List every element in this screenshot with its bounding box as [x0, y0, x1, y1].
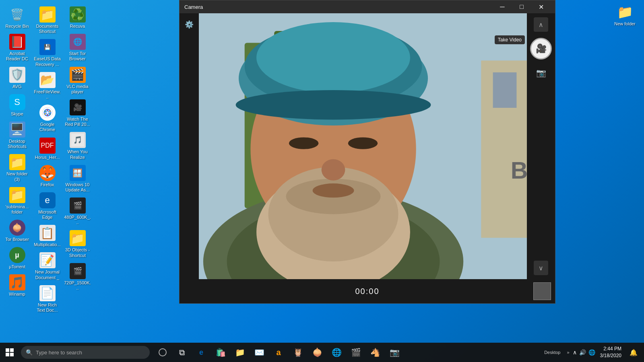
tor-browser-label: Tor Browser: [5, 237, 29, 242]
icon-horus[interactable]: PDF Horus_Her...: [32, 135, 62, 162]
icon-new-rich-text[interactable]: 📄 New Rich Text Doc...: [32, 283, 62, 315]
icon-start-tor[interactable]: 🌐 Start Tor Browser: [62, 31, 93, 64]
volume-icon[interactable]: 🔊: [579, 349, 586, 356]
icon-freefileview[interactable]: 📂 FreeFileView...: [32, 70, 62, 102]
task-view-icon: ⧉: [179, 348, 185, 357]
tor-taskbar-button[interactable]: 🧅: [308, 343, 327, 362]
icon-winamp[interactable]: 🎵 Winamp: [2, 272, 32, 299]
avg-label: AVG: [12, 84, 21, 89]
icon-skype[interactable]: S Skype: [2, 92, 32, 119]
icon-edge[interactable]: e Microsoft Edge: [32, 190, 62, 222]
icon-recycle-bin[interactable]: 🗑️ Recycle Bin: [2, 4, 32, 31]
notification-button[interactable]: 🔔: [626, 343, 641, 362]
when-you-realize-label: When You Realize: [64, 149, 91, 160]
icon-easeus[interactable]: 💾 EaseUS Data Recovery ...: [32, 37, 62, 69]
edge-taskbar-button[interactable]: e: [192, 343, 211, 362]
icon-vlc[interactable]: 🎬 VLC media player: [62, 64, 93, 97]
amazon-icon: a: [276, 348, 281, 357]
taskbar-right-area: Desktop » ∧ 🔊 🌐 2:44 PM 3/18/2020 🔔: [541, 343, 644, 362]
icon-desktop-shortcuts[interactable]: 🖥️ Desktop Shortcuts: [2, 119, 32, 152]
svg-point-20: [236, 90, 431, 119]
camera-title: Camera: [184, 4, 203, 10]
easeus-label: EaseUS Data Recovery ...: [34, 56, 61, 67]
ponyprog-taskbar-button[interactable]: 🐴: [365, 343, 385, 362]
close-button[interactable]: ✕: [532, 0, 550, 13]
browser2-taskbar-button[interactable]: 🌐: [327, 343, 346, 362]
cortana-button[interactable]: [153, 343, 172, 362]
icon-3d-objects[interactable]: 📁 3D Objects - Shortcut: [62, 228, 93, 260]
rich-text-icon: 📄: [39, 285, 56, 301]
explorer-taskbar-button[interactable]: 📁: [230, 343, 250, 362]
camera-right-panel: ∧ Take Video 🎥 📷 ∨: [527, 13, 555, 279]
vlc-taskbar-button[interactable]: 🎬: [346, 343, 365, 362]
icon-tor-browser[interactable]: 🧅 Tor Browser: [2, 217, 32, 245]
chrome-icon: [39, 105, 56, 121]
480p-label: 480P_600K_...: [64, 215, 91, 225]
tray-expand-icon[interactable]: ∧: [573, 349, 577, 356]
folder-icon: 📁: [235, 348, 245, 357]
minimize-button[interactable]: ─: [493, 0, 512, 13]
desktop-shortcuts-icon: 🖥️: [9, 121, 25, 138]
scroll-down-button[interactable]: ∨: [534, 261, 548, 275]
icon-recuva[interactable]: ♻️ Recuva: [62, 4, 93, 31]
icon-720p[interactable]: 🎬 720P_1500K...: [62, 261, 93, 293]
video-feed: BROS: [199, 13, 527, 279]
search-bar[interactable]: 🔍 Type here to search: [21, 346, 150, 359]
store-taskbar-button[interactable]: 🛍️: [211, 343, 230, 362]
win10-label: Windows 10 Update As...: [64, 182, 91, 193]
icon-utorrent[interactable]: µ µTorrent: [2, 245, 32, 272]
winamp-label: Winamp: [9, 292, 25, 297]
settings-button[interactable]: ⚙️: [182, 17, 196, 32]
camera-body: ⚙️ BROS: [180, 13, 555, 279]
freefileview-icon: 📂: [39, 72, 56, 88]
photo-button[interactable]: 📷: [534, 66, 548, 80]
recycle-bin-icon: 🗑️: [9, 6, 25, 23]
svg-point-3: [46, 111, 49, 114]
mail-icon: ✉️: [254, 348, 264, 357]
recuva-label: Recuva: [70, 24, 85, 29]
thumbnail-box[interactable]: [533, 282, 551, 300]
chrome-label: Google Chrome: [34, 122, 61, 132]
icon-multiplication[interactable]: 📋 Multiplicatio...: [32, 222, 62, 250]
network-icon[interactable]: 🌐: [588, 349, 595, 356]
record-button[interactable]: 🎥: [530, 38, 552, 60]
svg-point-26: [322, 159, 345, 181]
3d-objects-label: 3D Objects - Shortcut: [64, 247, 91, 258]
icon-firefox[interactable]: 🦊 Firefox: [32, 162, 62, 190]
svg-point-19: [256, 22, 410, 93]
icon-new-folder-top[interactable]: 📁 New folder: [610, 4, 640, 27]
icon-new-folder3[interactable]: 📁 New folder (3): [2, 152, 32, 184]
edge-label: Microsoft Edge: [34, 210, 61, 220]
show-more-icon[interactable]: »: [565, 350, 571, 355]
icon-acrobat[interactable]: 📕 Acrobat Reader DC: [2, 31, 32, 64]
tor-browser-icon: 🧅: [9, 220, 25, 236]
svg-point-27: [313, 183, 354, 197]
icon-win10-update[interactable]: 🪟 Windows 10 Update As...: [62, 162, 93, 195]
firefox-icon: 🦊: [39, 165, 56, 181]
camera-taskbar-button[interactable]: 📷: [385, 343, 404, 362]
start-button[interactable]: [0, 343, 19, 362]
tripadvisor-taskbar-button[interactable]: 🦉: [288, 343, 308, 362]
desktop-label: Desktop: [541, 350, 564, 355]
icon-480p[interactable]: 🎬 480P_600K_...: [62, 195, 93, 228]
skype-icon: S: [9, 94, 25, 110]
icon-subliminal[interactable]: 📁 'sublimina... folder: [2, 185, 32, 217]
task-view-button[interactable]: ⧉: [172, 343, 192, 362]
desktop: 🗑️ Recycle Bin 📕 Acrobat Reader DC 🛡️ AV…: [0, 0, 644, 362]
when-you-realize-icon: 🎵: [70, 132, 86, 148]
taskbar-pinned-icons: ⧉ e 🛍️ 📁 ✉️ a 🦉 🧅 🌐: [153, 343, 404, 362]
icon-google-chrome[interactable]: Google Chrome: [32, 102, 62, 135]
icon-when-you-realize[interactable]: 🎵 When You Realize: [62, 130, 93, 162]
amazon-taskbar-button[interactable]: a: [269, 343, 288, 362]
maximize-button[interactable]: □: [512, 0, 531, 13]
icon-new-journal[interactable]: 📝 New Journal Document _: [32, 250, 62, 282]
timer-display: 00:00: [355, 287, 379, 296]
rich-text-label: New Rich Text Doc...: [34, 302, 61, 313]
clock-area[interactable]: 2:44 PM 3/18/2020: [597, 346, 625, 359]
icon-avg[interactable]: 🛡️ AVG: [2, 64, 32, 92]
camera-bottom: 00:00: [180, 279, 555, 303]
icon-watch-red-pill[interactable]: 🎥 Watch The Red Pill 20...: [62, 97, 93, 130]
scroll-up-button[interactable]: ∧: [534, 17, 548, 32]
icon-documents-shortcut[interactable]: 📁 Documents Shortcut: [32, 4, 62, 37]
mail-taskbar-button[interactable]: ✉️: [250, 343, 269, 362]
